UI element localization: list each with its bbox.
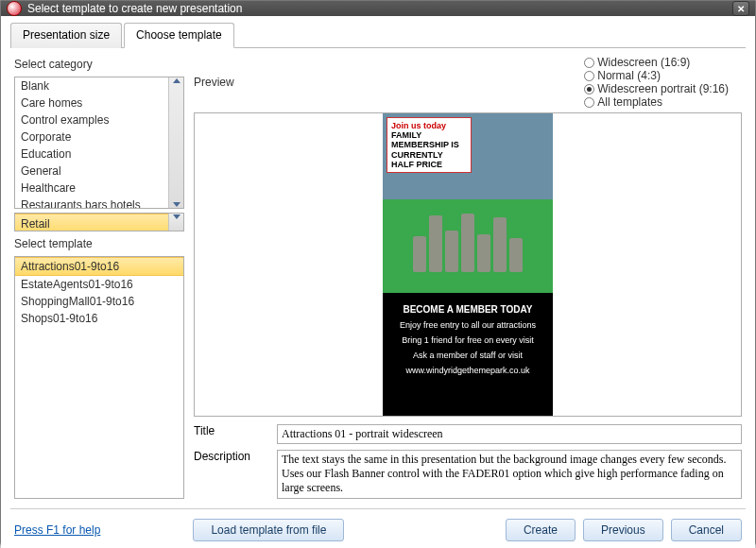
- poster-callout: Join us today FAMILY MEMBERSHIP IS CURRE…: [387, 117, 472, 173]
- category-item[interactable]: Control examples: [15, 111, 168, 128]
- scrollbar[interactable]: [168, 77, 183, 208]
- radio-icon: [584, 71, 594, 81]
- cancel-button[interactable]: Cancel: [671, 519, 742, 541]
- template-poster: Join us today FAMILY MEMBERSHIP IS CURRE…: [383, 113, 553, 416]
- category-item[interactable]: Education: [15, 146, 168, 163]
- template-listbox[interactable]: Attractions01-9to16EstateAgents01-9to16S…: [14, 256, 184, 499]
- tab-strip: Presentation size Choose template: [10, 22, 746, 48]
- aspect-ratio-radio[interactable]: Widescreen portrait (9:16): [584, 82, 729, 95]
- aspect-ratio-radio[interactable]: Normal (4:3): [584, 69, 729, 82]
- load-template-button[interactable]: Load template from file: [193, 519, 344, 541]
- radio-label: Widescreen portrait (9:16): [597, 82, 729, 95]
- poster-headline: BECOME A MEMBER TODAY: [388, 304, 547, 315]
- category-item[interactable]: Care homes: [15, 94, 168, 111]
- template-item[interactable]: ShoppingMall01-9to16: [15, 293, 183, 310]
- category-item[interactable]: Restaurants bars hotels: [15, 197, 168, 208]
- poster-line: Bring 1 friend for free on every visit: [388, 335, 547, 345]
- help-link[interactable]: Press F1 for help: [14, 523, 100, 537]
- titlebar: Select template to create new presentati…: [1, 1, 755, 16]
- category-selected[interactable]: Retail: [15, 214, 168, 231]
- category-dropdown[interactable]: Retail: [14, 213, 184, 231]
- tab-choose-template[interactable]: Choose template: [124, 23, 234, 48]
- radio-icon: [584, 97, 594, 108]
- close-button[interactable]: ✕: [732, 1, 749, 16]
- aspect-ratio-radio[interactable]: Widescreen (16:9): [584, 56, 729, 69]
- category-item[interactable]: Healthcare: [15, 180, 168, 197]
- dialog: Select template to create new presentati…: [0, 0, 756, 548]
- poster-line: www.windyridgethemepark.co.uk: [388, 366, 547, 375]
- select-template-label: Select template: [14, 237, 184, 250]
- callout-red: Join us today: [391, 121, 467, 130]
- previous-button[interactable]: Previous: [583, 519, 663, 541]
- chevron-down-icon[interactable]: [173, 214, 180, 219]
- scroll-down-icon[interactable]: [173, 202, 180, 207]
- select-category-label: Select category: [14, 58, 184, 71]
- category-item[interactable]: Blank: [15, 77, 168, 94]
- description-label: Description: [194, 450, 267, 463]
- app-icon: [7, 1, 22, 16]
- radio-icon: [584, 84, 594, 94]
- scroll-up-icon[interactable]: [173, 78, 180, 83]
- radio-label: Normal (4:3): [597, 69, 661, 82]
- poster-line: Enjoy free entry to all our attractions: [388, 320, 547, 330]
- title-input[interactable]: [277, 424, 742, 444]
- template-item[interactable]: Attractions01-9to16: [15, 257, 183, 276]
- template-item[interactable]: EstateAgents01-9to16: [15, 276, 183, 293]
- callout-bold: FAMILY MEMBERSHIP IS CURRENTLY HALF PRIC…: [391, 130, 467, 169]
- title-label: Title: [194, 424, 267, 437]
- radio-label: All templates: [597, 95, 662, 109]
- footer: Press F1 for help Load template from fil…: [10, 508, 746, 545]
- preview-pane: Join us today FAMILY MEMBERSHIP IS CURRE…: [194, 112, 742, 417]
- category-listbox[interactable]: BlankCare homesControl examplesCorporate…: [14, 77, 184, 209]
- window-title: Select template to create new presentati…: [27, 2, 242, 15]
- radio-label: Widescreen (16:9): [597, 56, 690, 69]
- poster-line: Ask a member of staff or visit: [388, 351, 547, 360]
- preview-label: Preview: [194, 76, 250, 89]
- poster-graphic: [383, 206, 553, 272]
- category-item[interactable]: Corporate: [15, 128, 168, 146]
- category-item[interactable]: General: [15, 163, 168, 180]
- tab-presentation-size[interactable]: Presentation size: [10, 23, 122, 48]
- template-item[interactable]: Shops01-9to16: [15, 310, 183, 327]
- aspect-ratio-radio[interactable]: All templates: [584, 95, 729, 109]
- radio-icon: [584, 58, 594, 68]
- description-textarea[interactable]: [277, 450, 742, 499]
- create-button[interactable]: Create: [506, 519, 576, 541]
- preview-options: Preview Widescreen (16:9)Normal (4:3)Wid…: [194, 56, 742, 109]
